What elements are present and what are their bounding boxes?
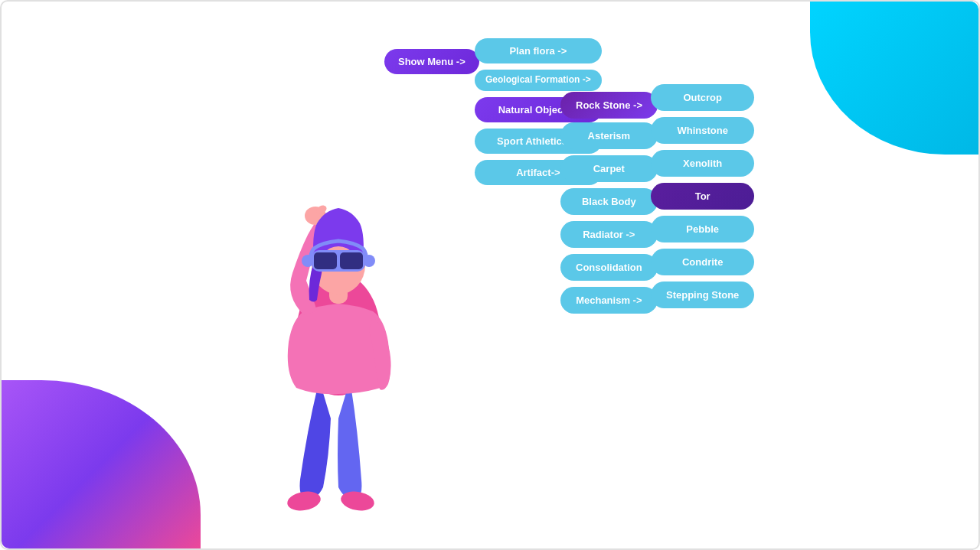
stepping-stone-button[interactable]: Stepping Stone — [651, 282, 754, 308]
tor-button[interactable]: Tor — [651, 183, 754, 210]
blob-bottom-left — [2, 380, 201, 548]
consolidation-button[interactable]: Consolidation — [560, 254, 658, 281]
blob-top-right — [810, 2, 978, 155]
outcrop-button[interactable]: Outcrop — [651, 84, 754, 111]
main-container: Show Menu -> Plan flora -> Geological Fo… — [0, 0, 980, 550]
geological-formation-button[interactable]: Geological Formation -> — [475, 70, 602, 91]
svg-point-10 — [302, 255, 314, 267]
rock-stone-button[interactable]: Rock Stone -> — [560, 92, 658, 119]
black-body-button[interactable]: Black Body — [560, 188, 658, 215]
plan-flora-button[interactable]: Plan flora -> — [475, 38, 602, 63]
carpet-button[interactable]: Carpet — [560, 155, 658, 182]
whinstone-button[interactable]: Whinstone — [651, 117, 754, 144]
condrite-button[interactable]: Condrite — [651, 249, 754, 275]
svg-point-11 — [363, 255, 375, 267]
radiator-button[interactable]: Radiator -> — [560, 221, 658, 248]
svg-rect-9 — [340, 252, 363, 269]
svg-rect-8 — [314, 252, 337, 269]
character-illustration — [231, 97, 446, 526]
show-menu-button[interactable]: Show Menu -> — [384, 49, 479, 74]
xenolith-button[interactable]: Xenolith — [651, 150, 754, 177]
pebble-button[interactable]: Pebble — [651, 216, 754, 242]
asterism-button[interactable]: Asterism — [560, 122, 658, 149]
mechanism-button[interactable]: Mechanism -> — [560, 287, 658, 314]
